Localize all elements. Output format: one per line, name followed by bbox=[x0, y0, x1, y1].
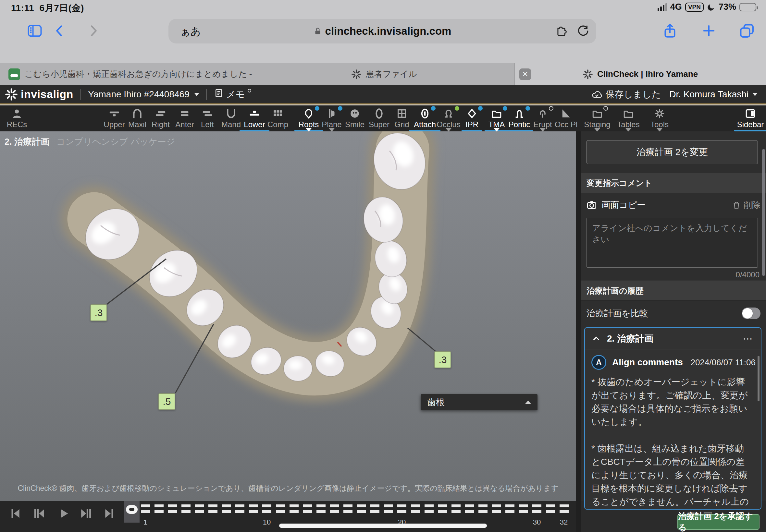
right-view-icon bbox=[155, 105, 166, 119]
tab-komura-dental[interactable]: こむら小児歯科・矯正歯科お急ぎの方向けにまとめました - こ… bbox=[0, 63, 254, 85]
battery-percent: 73% bbox=[719, 2, 736, 12]
battery-icon bbox=[739, 3, 756, 11]
staging-badge bbox=[603, 106, 608, 111]
treatment-plan-card: 2. 治療計画 ⋯ A Align comments 2024/06/07 11… bbox=[584, 327, 761, 510]
toolbar-item-occpl[interactable]: Occ Pl bbox=[548, 105, 584, 131]
compare-toggle[interactable] bbox=[742, 308, 760, 319]
clock: 11:11 bbox=[11, 3, 34, 13]
address-bar[interactable]: ぁあ clincheck.invisalign.com bbox=[168, 19, 596, 43]
measurement-label: .3 bbox=[90, 304, 107, 321]
attachments-icon bbox=[420, 105, 431, 119]
occlusal-plane-icon bbox=[561, 105, 572, 119]
url-text: clincheck.invisalign.com bbox=[168, 19, 596, 43]
ipr-icon bbox=[467, 105, 478, 119]
comment-timestamp: 2024/06/07 11:06 bbox=[691, 357, 756, 368]
teeth-render[interactable] bbox=[0, 131, 576, 501]
lock-icon bbox=[313, 27, 322, 35]
toolbar-item-tables[interactable]: Tables bbox=[611, 105, 646, 131]
reload-icon[interactable] bbox=[576, 25, 589, 38]
trash-icon bbox=[732, 200, 741, 210]
chevron-up-icon[interactable] bbox=[525, 401, 531, 404]
plan-card-header[interactable]: 2. 治療計画 ⋯ bbox=[585, 328, 761, 349]
first-stage-button[interactable] bbox=[6, 506, 25, 521]
memo-status-icon bbox=[248, 89, 251, 92]
superimpose-icon bbox=[373, 105, 385, 119]
patient-selector[interactable]: Yamane Ihiro #24408469 bbox=[88, 89, 199, 100]
new-tab-button[interactable] bbox=[699, 21, 718, 40]
upper-jaw-icon bbox=[109, 105, 120, 119]
status-indicators: 4G VPN 73% bbox=[658, 2, 756, 12]
tabs-overview-button[interactable] bbox=[737, 21, 756, 40]
align-comments-text: * 抜歯のためオーバージェットに影響が出ております。ご確認の上、変更が必要な場合… bbox=[591, 375, 753, 506]
date: 6月7日(金) bbox=[40, 3, 84, 13]
change-plan-button[interactable]: 治療計画 2を変更 bbox=[587, 140, 758, 164]
invisalign-favicon bbox=[583, 69, 593, 79]
roots-dropdown-panel[interactable]: 歯根 bbox=[421, 394, 538, 410]
signal-icon bbox=[658, 3, 667, 11]
memo-button[interactable]: メモ bbox=[214, 88, 251, 101]
comment-paragraph: * 歯根露出は、組み込まれた歯牙移動とCBCTデータ上の骨の位置関係の差により生… bbox=[591, 442, 753, 506]
maxillary-arch-icon bbox=[132, 105, 143, 119]
current-stage-marker[interactable] bbox=[124, 501, 140, 523]
toolbar-item-comp[interactable]: Comp bbox=[260, 105, 296, 131]
model-viewport[interactable]: 2. 治療計画 コンプリヘンシブ パッケージ .3 .5 .3 歯根 ClinC… bbox=[0, 131, 576, 501]
divider bbox=[206, 89, 207, 100]
divider bbox=[576, 131, 581, 532]
toolbar-item-sidebar[interactable]: Sidebar bbox=[733, 105, 766, 131]
invisalign-logo: invisalign bbox=[5, 88, 73, 101]
character-counter: 0/4000 bbox=[736, 270, 760, 279]
card-scrollbar[interactable] bbox=[758, 356, 760, 401]
tab-clincheck[interactable]: ✕ ClinCheck | Ihiro Yamane bbox=[515, 63, 766, 85]
comment-input[interactable]: アライン社へのコメントを入力してください bbox=[587, 218, 758, 268]
invisalign-spark-icon bbox=[5, 88, 18, 101]
next-stage-button[interactable] bbox=[77, 506, 95, 521]
previous-stage-button[interactable] bbox=[30, 506, 48, 521]
card-menu-icon[interactable]: ⋯ bbox=[743, 333, 754, 344]
last-stage-button[interactable] bbox=[100, 506, 118, 521]
forward-button[interactable] bbox=[84, 21, 103, 40]
tab-patient-file[interactable]: 患者ファイル bbox=[254, 63, 515, 85]
screenshot-label[interactable]: 画面コピー bbox=[602, 199, 646, 211]
disclaimer-text: ClinCheck® 歯肉、歯牙および歯根移動のシミュレーションであり、歯槽骨の… bbox=[0, 483, 576, 493]
note-icon bbox=[214, 88, 224, 98]
stage-number: 10 bbox=[263, 518, 271, 526]
gear-icon bbox=[654, 105, 665, 119]
extensions-icon[interactable] bbox=[555, 25, 568, 37]
measurement-label: .3 bbox=[434, 351, 451, 368]
mandibular-arch-icon bbox=[225, 105, 237, 119]
divider bbox=[80, 89, 81, 100]
compare-plans-label: 治療計画を比較 bbox=[587, 308, 648, 319]
network-type: 4G bbox=[670, 2, 682, 12]
collapse-chevron-icon[interactable] bbox=[592, 334, 601, 343]
toolbar-item-recs[interactable]: RECs bbox=[0, 105, 35, 131]
tab1-favicon bbox=[8, 68, 20, 80]
play-button[interactable] bbox=[55, 506, 73, 521]
share-button[interactable] bbox=[661, 21, 679, 40]
sidebar-toggle-button[interactable] bbox=[25, 21, 44, 40]
chevron-down-icon bbox=[752, 93, 758, 96]
pontic-icon bbox=[514, 105, 525, 119]
back-button[interactable] bbox=[50, 21, 69, 40]
comment-paragraph: * 抜歯のためオーバージェットに影響が出ております。ご確認の上、変更が必要な場合… bbox=[591, 375, 753, 429]
home-indicator[interactable] bbox=[279, 524, 487, 528]
roots-panel-label: 歯根 bbox=[427, 396, 445, 408]
approve-plan-button[interactable]: 治療計画 2を承認する bbox=[677, 514, 760, 530]
delete-screenshot-button[interactable]: 削除 bbox=[732, 199, 760, 211]
doctor-menu[interactable]: Dr. Komura Takashi bbox=[669, 89, 758, 100]
tab2-title: 患者ファイル bbox=[366, 68, 417, 80]
sidebar-panel-icon bbox=[745, 105, 756, 119]
clincheck-header: invisalign Yamane Ihiro #24408469 メモ 保存し… bbox=[0, 85, 766, 104]
cloud-check-icon bbox=[591, 89, 602, 100]
memo-label: メモ bbox=[226, 88, 245, 101]
toolbar-item-staging[interactable]: Staging bbox=[579, 105, 615, 131]
stage-number: 30 bbox=[533, 518, 541, 526]
ipad-screen: 11:11 6月7日(金) 4G VPN 73% ぁあ bbox=[0, 0, 766, 532]
plan-label: 2. 治療計画 コンプリヘンシブ パッケージ bbox=[5, 136, 175, 148]
stage-track[interactable] bbox=[141, 504, 569, 514]
sidebar-scrollbar[interactable] bbox=[762, 149, 765, 276]
stage-handle[interactable] bbox=[126, 505, 138, 514]
measurement-label: .5 bbox=[158, 393, 175, 410]
close-tab-icon[interactable]: ✕ bbox=[519, 68, 531, 80]
composite-icon bbox=[272, 105, 283, 119]
toolbar-item-tools[interactable]: Tools bbox=[642, 105, 677, 131]
